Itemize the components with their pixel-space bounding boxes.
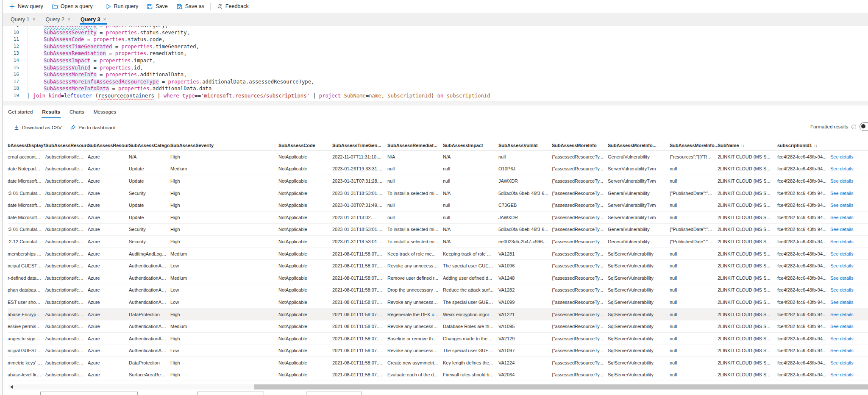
table-row[interactable]: :3-01 Cumulative U.../subscriptions/fce4… bbox=[8, 187, 868, 200]
close-tab-icon[interactable]: × bbox=[67, 17, 70, 22]
cell: {"assessedResourceTy... bbox=[552, 239, 608, 244]
query-tab-2[interactable]: Query 2× bbox=[40, 13, 75, 26]
cell: null bbox=[670, 178, 718, 184]
see-details-link[interactable]: See details bbox=[830, 287, 853, 292]
column-header-6[interactable]: SubAssessCode bbox=[278, 143, 332, 148]
new-query-button[interactable]: New query bbox=[5, 0, 47, 13]
cell: null bbox=[670, 300, 718, 305]
column-header-8[interactable]: SubAssessRemediat... bbox=[387, 143, 443, 148]
tab-results[interactable]: Results bbox=[37, 107, 65, 118]
column-header-10[interactable]: SubAssessVulnId bbox=[498, 143, 552, 148]
table-row[interactable]: date Microsoft Win.../subscriptions/fce4… bbox=[8, 211, 868, 224]
table-row[interactable]: date Notepad++ to.../subscriptions/fce4f… bbox=[8, 163, 868, 175]
see-details-link[interactable]: See details bbox=[830, 251, 853, 256]
see-details-link[interactable]: See details bbox=[830, 312, 853, 317]
column-header-7[interactable]: SubAssessTimeGen... bbox=[332, 143, 387, 148]
table-row[interactable]: abase-level firewall.../subscriptions/fc… bbox=[8, 369, 868, 381]
column-header-1[interactable]: bAssessDisplayN... bbox=[8, 143, 45, 148]
close-tab-icon[interactable]: × bbox=[32, 17, 35, 22]
see-details-link[interactable]: See details bbox=[830, 275, 853, 281]
query-tab-3[interactable]: Query 3× bbox=[75, 13, 111, 26]
cell: 2LINKIT CLOUD (MS S... bbox=[718, 203, 777, 208]
see-details-link[interactable]: See details bbox=[830, 300, 853, 305]
column-header-5[interactable]: SubAssessSeverity bbox=[170, 143, 278, 148]
cell: fce4f282-fcc6-43fb-94... bbox=[777, 191, 830, 196]
table-row[interactable]: abase Encryption S.../subscriptions/fce4… bbox=[8, 309, 868, 321]
see-details-link[interactable]: See details bbox=[830, 203, 853, 208]
cutoff-bottom-button[interactable] bbox=[40, 392, 138, 395]
see-details-link[interactable]: See details bbox=[830, 360, 853, 365]
column-header-label: SubAssessImpact bbox=[443, 143, 483, 148]
download-csv-button[interactable]: Download as CSV bbox=[14, 125, 61, 131]
panel-divider[interactable] bbox=[3, 101, 868, 106]
column-header-3[interactable]: SubAssessResource... bbox=[88, 143, 129, 148]
cell: VA2064 bbox=[498, 372, 552, 377]
open-a-query-button[interactable]: Open a query bbox=[47, 0, 97, 13]
table-row[interactable]: anges to signed mo.../subscriptions/fce4… bbox=[8, 333, 868, 345]
see-details-link[interactable]: See details bbox=[830, 348, 853, 353]
table-row[interactable]: mmetric keys' leng.../subscriptions/fce4… bbox=[8, 357, 868, 369]
see-details-link[interactable]: See details bbox=[830, 336, 853, 341]
cell: null bbox=[670, 287, 718, 292]
column-header-label: SubAssessCategory bbox=[129, 143, 170, 148]
line-number: 9 bbox=[3, 26, 19, 29]
see-details-link[interactable]: See details bbox=[830, 372, 853, 377]
scroll-left-icon[interactable] bbox=[10, 385, 13, 389]
cutoff-bottom-button[interactable] bbox=[306, 392, 362, 395]
column-header-9[interactable]: SubAssessImpact bbox=[443, 143, 498, 148]
tab-get-started[interactable]: Get started bbox=[3, 107, 37, 118]
table-row[interactable]: date Microsoft Win.../subscriptions/fce4… bbox=[8, 175, 868, 187]
see-details-link[interactable]: See details bbox=[830, 178, 853, 184]
column-header-13[interactable]: SubAssessMoreInfo... bbox=[670, 143, 718, 148]
column-header-2[interactable]: SubAssessResourceId bbox=[45, 143, 88, 148]
see-details-link[interactable]: See details bbox=[830, 166, 853, 171]
table-row[interactable]: ncipal GUEST shoul.../subscriptions/fce4… bbox=[8, 345, 868, 357]
query-tab-label: Query 3 bbox=[81, 17, 100, 22]
column-header-14[interactable]: SubName↑↓ bbox=[718, 143, 777, 148]
open-a-query-label: Open a query bbox=[61, 3, 93, 9]
tab-messages[interactable]: Messages bbox=[89, 107, 121, 118]
table-row[interactable]: r-defined database.../subscriptions/fce4… bbox=[8, 272, 868, 284]
save-as-button[interactable]: Save as bbox=[172, 0, 209, 13]
cell: /subscriptions/fce4f28... bbox=[45, 251, 88, 256]
cell: 2LINKIT CLOUD (MS S... bbox=[718, 154, 777, 159]
table-row[interactable]: :3-01 Cumulative U.../subscriptions/fce4… bbox=[8, 224, 868, 236]
see-details-link[interactable]: See details bbox=[830, 227, 853, 232]
query-tab-1[interactable]: Query 1× bbox=[6, 13, 40, 26]
cell: Weak encryption algor... bbox=[443, 312, 498, 317]
query-editor[interactable]: 9SubAssessCategory = properties.category… bbox=[3, 26, 868, 102]
see-details-link[interactable]: See details bbox=[830, 239, 853, 244]
close-tab-icon[interactable]: × bbox=[103, 17, 106, 22]
table-row[interactable]: ncipal GUEST shoul.../subscriptions/fce4… bbox=[8, 260, 868, 272]
tab-charts[interactable]: Charts bbox=[65, 107, 89, 118]
column-header-15[interactable]: subscriptionId1↑↓ bbox=[777, 143, 830, 148]
cell: 2021-08-01T11:58:07.... bbox=[332, 287, 387, 292]
formatted-results-toggle[interactable] bbox=[860, 122, 868, 131]
table-row[interactable]: ernal accounts with.../subscriptions/fce… bbox=[8, 151, 868, 163]
horizontal-scrollbar-thumb[interactable] bbox=[254, 384, 868, 389]
cutoff-bottom-button[interactable] bbox=[197, 392, 264, 395]
table-row[interactable]: memberships for u.../subscriptions/fce4f… bbox=[8, 248, 868, 260]
save-button[interactable]: Save bbox=[142, 0, 172, 13]
cell: Evaluate each of the d... bbox=[387, 372, 443, 377]
table-row[interactable]: EST user should no.../subscriptions/fce4… bbox=[8, 296, 868, 309]
run-query-button[interactable]: Run query bbox=[101, 0, 143, 13]
feedback-button[interactable]: Feedback bbox=[212, 0, 253, 13]
see-details-link[interactable]: See details bbox=[830, 215, 853, 220]
pin-to-dashboard-button[interactable]: Pin to dashboard bbox=[70, 125, 115, 131]
cell: :3-01 Cumulative U... bbox=[8, 191, 45, 196]
see-details-link[interactable]: See details bbox=[830, 154, 853, 159]
column-header-4[interactable]: SubAssessCategory bbox=[129, 143, 170, 148]
see-details-link[interactable]: See details bbox=[830, 263, 853, 268]
cell: C73GEB bbox=[498, 203, 552, 208]
cell: null bbox=[498, 154, 552, 159]
table-row[interactable]: phan database roles.../subscriptions/fce… bbox=[8, 284, 868, 297]
column-header-12[interactable]: SubAssessMoreInfo... bbox=[608, 143, 670, 148]
table-row[interactable]: :2-12 Cumulative U.../subscriptions/fce4… bbox=[8, 236, 868, 248]
see-details-link[interactable]: See details bbox=[830, 191, 853, 196]
formatted-results-control: Formatted results bbox=[810, 122, 868, 131]
table-row[interactable]: date Microsoft .net .../subscriptions/fc… bbox=[8, 199, 868, 211]
table-row[interactable]: essive permissions .../subscriptions/fce… bbox=[8, 320, 868, 333]
column-header-11[interactable]: SubAssessMoreInfo bbox=[552, 143, 608, 148]
see-details-link[interactable]: See details bbox=[830, 324, 853, 329]
